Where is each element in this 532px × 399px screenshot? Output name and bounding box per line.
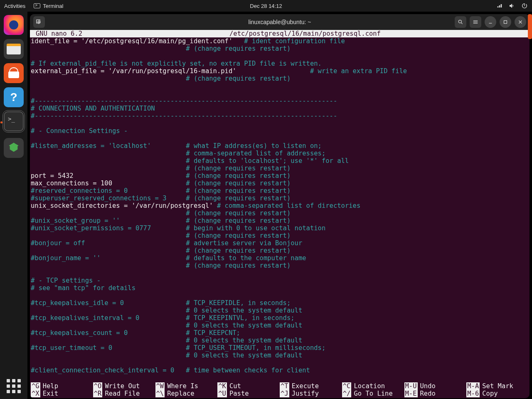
shortcut-undo: M-UUndo	[404, 382, 467, 390]
nano-filepath: /etc/postgresql/16/main/postgresql.conf	[229, 30, 381, 37]
new-tab-button[interactable]	[33, 16, 45, 28]
nano-shortcuts: ^GHelp^OWrite Out^WWhere Is^KCut^TExecut…	[30, 382, 530, 398]
shortcut-label: Paste	[229, 390, 249, 397]
shortcut-label: Exit	[43, 390, 58, 397]
activities-button[interactable]: Activities	[4, 3, 25, 9]
shortcut-copy: M-6Copy	[466, 390, 529, 397]
shortcut-key: M-U	[404, 382, 418, 390]
shortcut-key: ^U	[217, 390, 227, 397]
terminal-window: linuxcapable@ubuntu: ~ GNU nano 6.2 /etc…	[30, 14, 530, 398]
dock-help[interactable]	[4, 87, 24, 107]
shortcut-label: Location	[354, 382, 385, 390]
shortcut-key: ^J	[280, 390, 289, 397]
search-button[interactable]	[455, 16, 466, 28]
maximize-button[interactable]	[500, 16, 511, 28]
svg-rect-4	[504, 21, 507, 24]
shortcut-label: Cut	[229, 382, 241, 390]
terminal-icon	[34, 3, 40, 8]
gnome-topbar: Activities Terminal Dec 28 14:12	[0, 0, 532, 12]
dock-files[interactable]	[4, 39, 24, 59]
nano-header: GNU nano 6.2 /etc/postgresql/16/main/pos…	[30, 30, 530, 37]
shortcut-cut: ^KCut	[217, 382, 280, 390]
volume-icon[interactable]	[509, 2, 515, 9]
shortcut-label: Copy	[482, 390, 498, 397]
svg-rect-3	[489, 23, 492, 23]
shortcut-paste: ^UPaste	[217, 390, 280, 397]
shortcut-where-is: ^WWhere Is	[155, 382, 218, 390]
dock-terminal[interactable]	[4, 111, 24, 131]
shortcut-label: Go To Line	[354, 390, 392, 397]
shortcut-key: ^G	[31, 382, 40, 390]
svg-point-1	[458, 20, 461, 23]
shortcut-label: Help	[43, 382, 58, 390]
shortcut-label: Justify	[292, 390, 319, 397]
nano-version: GNU nano 6.2	[32, 30, 82, 37]
shortcut-key: ^O	[93, 382, 103, 390]
shortcut-key: ^C	[342, 382, 352, 390]
shortcut-label: Read File	[105, 390, 140, 397]
dock-software[interactable]	[4, 63, 24, 83]
shortcut-label: Where Is	[167, 382, 198, 390]
show-applications[interactable]	[7, 379, 21, 393]
shortcut-label: Write Out	[105, 382, 140, 390]
shortcut-help: ^GHelp	[31, 382, 93, 390]
svg-rect-0	[37, 20, 40, 23]
shortcut-replace: ^\Replace	[155, 390, 218, 397]
network-icon[interactable]	[496, 2, 503, 9]
shortcut-key: ^K	[217, 382, 227, 390]
minimize-button[interactable]	[485, 16, 496, 28]
shortcut-go-to-line: ^/Go To Line	[342, 390, 404, 397]
dock	[0, 12, 27, 399]
active-app-indicator[interactable]: Terminal	[34, 3, 63, 9]
titlebar: linuxcapable@ubuntu: ~	[30, 14, 530, 30]
svg-line-2	[461, 23, 463, 24]
dock-trash[interactable]	[4, 138, 24, 158]
dock-firefox[interactable]	[4, 15, 24, 35]
shortcut-label: Set Mark	[482, 382, 513, 390]
shortcut-read-file: ^RRead File	[93, 390, 155, 397]
shortcut-label: Execute	[292, 382, 319, 390]
shortcut-key: M-A	[466, 382, 480, 390]
shortcut-label: Undo	[420, 382, 436, 390]
nano-editor[interactable]: GNU nano 6.2 /etc/postgresql/16/main/pos…	[30, 30, 530, 398]
window-title: linuxcapable@ubuntu: ~	[249, 19, 311, 25]
shortcut-key: M-6	[466, 390, 480, 397]
shortcut-set-mark: M-ASet Mark	[466, 382, 529, 390]
menu-button[interactable]	[470, 16, 481, 28]
shortcut-key: ^/	[342, 390, 352, 397]
nano-body[interactable]: ident_file = '/etc/postgresql/16/main/pg…	[30, 37, 530, 382]
shortcut-key: ^R	[93, 390, 103, 397]
shortcut-execute: ^TExecute	[280, 382, 342, 390]
shortcut-key: ^T	[280, 382, 289, 390]
power-icon[interactable]	[521, 2, 528, 9]
shortcut-label: Replace	[167, 390, 194, 397]
shortcut-key: ^W	[155, 382, 165, 390]
close-button[interactable]	[515, 16, 526, 28]
active-app-label: Terminal	[43, 3, 63, 9]
scrollbar-thumb[interactable]	[528, 14, 532, 39]
shortcut-key: ^X	[31, 390, 40, 397]
shortcut-label: Redo	[420, 390, 436, 397]
shortcut-write-out: ^OWrite Out	[93, 382, 155, 390]
clock[interactable]: Dec 28 14:12	[250, 3, 282, 9]
shortcut-redo: M-ERedo	[404, 390, 467, 397]
shortcut-location: ^CLocation	[342, 382, 404, 390]
shortcut-justify: ^JJustify	[280, 390, 342, 397]
shortcut-exit: ^XExit	[31, 390, 93, 397]
shortcut-key: M-E	[404, 390, 418, 397]
shortcut-key: ^\	[155, 390, 165, 397]
